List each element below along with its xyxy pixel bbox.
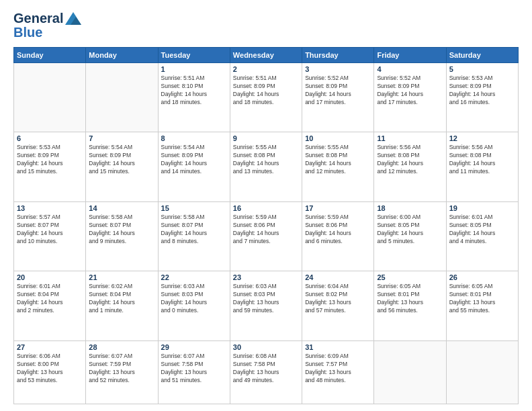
day-number: 21: [89, 273, 154, 281]
table-cell: 7Sunrise: 5:54 AM Sunset: 8:09 PM Daylig…: [86, 132, 158, 201]
day-info: Sunrise: 5:56 AM Sunset: 8:08 PM Dayligh…: [377, 144, 443, 176]
header-sunday: Sunday: [14, 48, 86, 63]
table-cell: 4Sunrise: 5:52 AM Sunset: 8:09 PM Daylig…: [374, 63, 446, 132]
day-number: 26: [449, 273, 515, 281]
day-info: Sunrise: 5:54 AM Sunset: 8:09 PM Dayligh…: [89, 144, 154, 176]
table-cell: 8Sunrise: 5:54 AM Sunset: 8:09 PM Daylig…: [158, 132, 230, 201]
table-cell: [374, 340, 446, 404]
day-number: 2: [233, 65, 299, 73]
day-info: Sunrise: 6:07 AM Sunset: 7:59 PM Dayligh…: [89, 353, 154, 385]
header-wednesday: Wednesday: [230, 48, 302, 63]
table-cell: 3Sunrise: 5:52 AM Sunset: 8:09 PM Daylig…: [302, 63, 374, 132]
day-info: Sunrise: 5:56 AM Sunset: 8:08 PM Dayligh…: [449, 144, 515, 176]
logo: General Blue: [13, 11, 83, 40]
day-number: 8: [161, 134, 227, 142]
table-cell: 18Sunrise: 6:00 AM Sunset: 8:05 PM Dayli…: [374, 201, 446, 271]
day-number: 7: [89, 134, 154, 142]
day-number: 28: [89, 343, 154, 351]
day-number: 16: [233, 204, 299, 212]
day-number: 10: [305, 134, 371, 142]
day-number: 11: [377, 134, 443, 142]
day-number: 25: [377, 273, 443, 281]
day-info: Sunrise: 5:51 AM Sunset: 8:10 PM Dayligh…: [161, 75, 227, 107]
day-info: Sunrise: 6:05 AM Sunset: 8:01 PM Dayligh…: [377, 283, 443, 315]
day-info: Sunrise: 5:53 AM Sunset: 8:09 PM Dayligh…: [17, 144, 83, 176]
day-info: Sunrise: 5:53 AM Sunset: 8:09 PM Dayligh…: [449, 75, 515, 107]
day-number: 5: [449, 65, 515, 73]
day-info: Sunrise: 6:08 AM Sunset: 7:58 PM Dayligh…: [233, 353, 299, 385]
day-info: Sunrise: 5:55 AM Sunset: 8:08 PM Dayligh…: [305, 144, 371, 176]
day-info: Sunrise: 6:03 AM Sunset: 8:03 PM Dayligh…: [161, 283, 227, 315]
week-row-2: 6Sunrise: 5:53 AM Sunset: 8:09 PM Daylig…: [14, 132, 519, 201]
day-number: 6: [17, 134, 83, 142]
table-cell: 11Sunrise: 5:56 AM Sunset: 8:08 PM Dayli…: [374, 132, 446, 201]
table-cell: 1Sunrise: 5:51 AM Sunset: 8:10 PM Daylig…: [158, 63, 230, 132]
day-number: 29: [161, 343, 227, 351]
day-number: 19: [449, 204, 515, 212]
day-info: Sunrise: 6:02 AM Sunset: 8:04 PM Dayligh…: [89, 283, 154, 315]
day-info: Sunrise: 6:07 AM Sunset: 7:58 PM Dayligh…: [161, 353, 227, 385]
header-tuesday: Tuesday: [158, 48, 230, 63]
day-info: Sunrise: 6:04 AM Sunset: 8:02 PM Dayligh…: [305, 283, 371, 315]
day-number: 9: [233, 134, 299, 142]
table-cell: 12Sunrise: 5:56 AM Sunset: 8:08 PM Dayli…: [446, 132, 518, 201]
day-info: Sunrise: 5:52 AM Sunset: 8:09 PM Dayligh…: [305, 75, 371, 107]
day-number: 24: [305, 273, 371, 281]
table-cell: 2Sunrise: 5:51 AM Sunset: 8:09 PM Daylig…: [230, 63, 302, 132]
table-cell: 13Sunrise: 5:57 AM Sunset: 8:07 PM Dayli…: [14, 201, 86, 271]
table-cell: 5Sunrise: 5:53 AM Sunset: 8:09 PM Daylig…: [446, 63, 518, 132]
table-cell: 22Sunrise: 6:03 AM Sunset: 8:03 PM Dayli…: [158, 271, 230, 340]
day-info: Sunrise: 6:03 AM Sunset: 8:03 PM Dayligh…: [233, 283, 299, 315]
day-number: 27: [17, 343, 83, 351]
table-cell: 23Sunrise: 6:03 AM Sunset: 8:03 PM Dayli…: [230, 271, 302, 340]
logo-icon: [64, 11, 82, 26]
day-number: 23: [233, 273, 299, 281]
week-row-3: 13Sunrise: 5:57 AM Sunset: 8:07 PM Dayli…: [14, 201, 519, 271]
table-cell: 19Sunrise: 6:01 AM Sunset: 8:05 PM Dayli…: [446, 201, 518, 271]
calendar-header-row: SundayMondayTuesdayWednesdayThursdayFrid…: [14, 48, 519, 63]
day-info: Sunrise: 5:52 AM Sunset: 8:09 PM Dayligh…: [377, 75, 443, 107]
page: General Blue SundayMondayTuesdayWednesda…: [0, 0, 532, 411]
day-info: Sunrise: 5:59 AM Sunset: 8:06 PM Dayligh…: [233, 214, 299, 246]
table-cell: 16Sunrise: 5:59 AM Sunset: 8:06 PM Dayli…: [230, 201, 302, 271]
day-number: 20: [17, 273, 83, 281]
table-cell: 15Sunrise: 5:58 AM Sunset: 8:07 PM Dayli…: [158, 201, 230, 271]
table-cell: 6Sunrise: 5:53 AM Sunset: 8:09 PM Daylig…: [14, 132, 86, 201]
week-row-4: 20Sunrise: 6:01 AM Sunset: 8:04 PM Dayli…: [14, 271, 519, 340]
table-cell: 14Sunrise: 5:58 AM Sunset: 8:07 PM Dayli…: [86, 201, 158, 271]
day-info: Sunrise: 5:55 AM Sunset: 8:08 PM Dayligh…: [233, 144, 299, 176]
table-cell: 10Sunrise: 5:55 AM Sunset: 8:08 PM Dayli…: [302, 132, 374, 201]
table-cell: [86, 63, 158, 132]
header-monday: Monday: [86, 48, 158, 63]
day-info: Sunrise: 6:09 AM Sunset: 7:57 PM Dayligh…: [305, 353, 371, 385]
week-row-5: 27Sunrise: 6:06 AM Sunset: 8:00 PM Dayli…: [14, 340, 519, 404]
day-info: Sunrise: 6:05 AM Sunset: 8:01 PM Dayligh…: [449, 283, 515, 315]
table-cell: 17Sunrise: 5:59 AM Sunset: 8:06 PM Dayli…: [302, 201, 374, 271]
day-number: 18: [377, 204, 443, 212]
table-cell: [446, 340, 518, 404]
header-friday: Friday: [374, 48, 446, 63]
day-info: Sunrise: 5:54 AM Sunset: 8:09 PM Dayligh…: [161, 144, 227, 176]
table-cell: 31Sunrise: 6:09 AM Sunset: 7:57 PM Dayli…: [302, 340, 374, 404]
day-number: 13: [17, 204, 83, 212]
day-info: Sunrise: 5:57 AM Sunset: 8:07 PM Dayligh…: [17, 214, 83, 246]
table-cell: 27Sunrise: 6:06 AM Sunset: 8:00 PM Dayli…: [14, 340, 86, 404]
day-number: 14: [89, 204, 154, 212]
table-cell: [14, 63, 86, 132]
day-number: 22: [161, 273, 227, 281]
day-info: Sunrise: 6:06 AM Sunset: 8:00 PM Dayligh…: [17, 353, 83, 385]
table-cell: 25Sunrise: 6:05 AM Sunset: 8:01 PM Dayli…: [374, 271, 446, 340]
header-thursday: Thursday: [302, 48, 374, 63]
day-number: 3: [305, 65, 371, 73]
table-cell: 26Sunrise: 6:05 AM Sunset: 8:01 PM Dayli…: [446, 271, 518, 340]
week-row-1: 1Sunrise: 5:51 AM Sunset: 8:10 PM Daylig…: [14, 63, 519, 132]
day-number: 1: [161, 65, 227, 73]
table-cell: 9Sunrise: 5:55 AM Sunset: 8:08 PM Daylig…: [230, 132, 302, 201]
header: General Blue: [13, 11, 519, 40]
day-number: 12: [449, 134, 515, 142]
header-saturday: Saturday: [446, 48, 518, 63]
day-info: Sunrise: 5:58 AM Sunset: 8:07 PM Dayligh…: [89, 214, 154, 246]
day-number: 31: [305, 343, 371, 351]
day-number: 17: [305, 204, 371, 212]
day-info: Sunrise: 5:58 AM Sunset: 8:07 PM Dayligh…: [161, 214, 227, 246]
